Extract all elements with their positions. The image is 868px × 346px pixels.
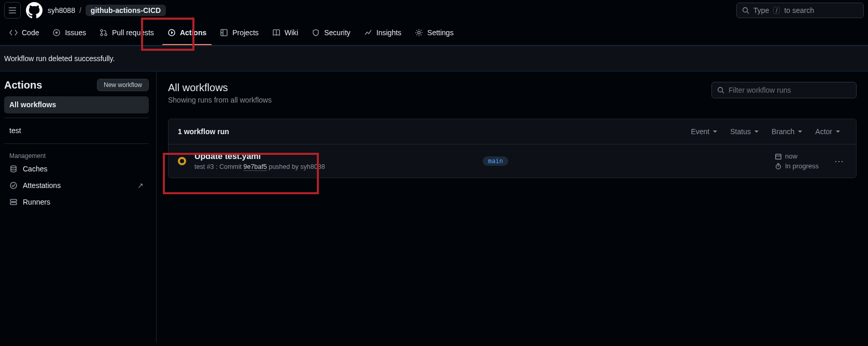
github-logo-icon[interactable] <box>26 2 43 19</box>
branch-badge[interactable]: main <box>483 156 508 166</box>
filter-event[interactable]: Event <box>684 127 724 136</box>
run-time: now <box>785 152 797 160</box>
tab-settings-label: Settings <box>427 28 454 37</box>
svg-rect-14 <box>776 154 781 159</box>
external-link-icon: ↗ <box>137 181 144 190</box>
caret-down-icon <box>754 129 759 134</box>
svg-point-2 <box>56 32 58 33</box>
svg-point-9 <box>11 166 16 168</box>
tab-pr-label: Pull requests <box>112 28 154 37</box>
hamburger-icon <box>8 6 17 15</box>
run-subtitle: test #3 : Commit 9e7baf5 pushed by syh80… <box>194 163 474 170</box>
sidebar-item-all-workflows[interactable]: All workflows <box>4 96 149 113</box>
flash-text: Workflow run deleted successfully. <box>4 54 864 63</box>
svg-point-3 <box>101 30 103 32</box>
filter-runs-field[interactable] <box>729 86 851 94</box>
server-icon <box>9 198 18 206</box>
tab-projects-label: Projects <box>232 28 259 37</box>
caret-down-icon <box>835 129 841 134</box>
svg-rect-11 <box>10 199 17 201</box>
run-number: #3 <box>207 163 214 170</box>
caret-down-icon <box>712 129 718 134</box>
tab-actions[interactable]: Actions <box>162 21 212 45</box>
sidebar-item-label: Attestations <box>23 181 61 190</box>
run-duration: In progress <box>785 162 819 170</box>
svg-point-4 <box>101 34 103 36</box>
run-menu-button[interactable]: ⋯ <box>832 155 847 167</box>
sidebar-item-runners[interactable]: Runners <box>4 194 149 210</box>
workflow-runs-box: 1 workflow run Event Status Branch Actor <box>168 119 857 178</box>
sidebar-item-label: Caches <box>23 165 47 173</box>
tab-wiki-label: Wiki <box>285 28 298 37</box>
code-icon <box>9 28 18 37</box>
tab-security[interactable]: Security <box>306 21 356 45</box>
caret-down-icon <box>797 129 803 134</box>
tab-insights[interactable]: Insights <box>359 21 407 45</box>
tab-code-label: Code <box>22 28 39 37</box>
filter-status[interactable]: Status <box>724 127 765 136</box>
workflow-run-row[interactable]: Update test.yaml test #3 : Commit 9e7baf… <box>169 145 856 178</box>
repo-nav: Code Issues Pull requests Actions Projec… <box>0 21 868 46</box>
tab-security-label: Security <box>324 28 351 37</box>
svg-point-0 <box>743 8 748 12</box>
breadcrumb-owner[interactable]: syh8088 <box>48 6 75 15</box>
tab-insights-label: Insights <box>376 28 401 37</box>
filter-actor[interactable]: Actor <box>809 127 847 136</box>
play-icon <box>167 28 176 37</box>
search-placeholder-post: to search <box>784 6 814 15</box>
sidebar-item-attestations[interactable]: Attestations ↗ <box>4 177 149 194</box>
svg-point-5 <box>105 34 107 36</box>
main-content: All workflows Showing runs from all work… <box>157 71 868 342</box>
sidebar-item-workflow-test[interactable]: test <box>4 122 149 139</box>
tab-settings[interactable]: Settings <box>410 21 459 45</box>
gear-icon <box>415 28 423 37</box>
database-icon <box>9 165 18 173</box>
calendar-icon <box>775 153 782 160</box>
pull-request-icon <box>100 28 108 37</box>
search-icon <box>717 86 724 94</box>
divider <box>4 143 149 144</box>
page-subtitle: Showing runs from all workflows <box>168 96 272 104</box>
shield-icon <box>312 28 320 37</box>
run-pushed-by-prefix: pushed by <box>269 163 300 170</box>
tab-wiki[interactable]: Wiki <box>267 21 303 45</box>
projects-icon <box>220 28 228 37</box>
issues-icon <box>52 28 61 37</box>
page-title: All workflows <box>168 82 272 94</box>
tab-code[interactable]: Code <box>4 21 44 45</box>
flash-banner: Workflow run deleted successfully. <box>0 46 868 71</box>
tab-projects[interactable]: Projects <box>215 21 264 45</box>
svg-point-13 <box>718 88 723 92</box>
sidebar-section-management: Management <box>4 148 149 161</box>
run-count: 1 workflow run <box>178 127 684 136</box>
sidebar-item-caches[interactable]: Caches <box>4 161 149 177</box>
filter-label: Status <box>730 127 751 136</box>
run-commit-sha[interactable]: 9e7baf5 <box>244 163 267 171</box>
run-title[interactable]: Update test.yaml <box>194 152 474 161</box>
search-icon <box>742 7 749 14</box>
sidebar: Actions New workflow All workflows test … <box>0 71 157 342</box>
status-in-progress-icon <box>178 157 186 165</box>
menu-toggle[interactable] <box>4 2 21 19</box>
breadcrumb-separator: / <box>79 6 81 15</box>
filter-label: Actor <box>815 127 832 136</box>
new-workflow-button[interactable]: New workflow <box>97 79 149 91</box>
tab-issues-label: Issues <box>65 28 86 37</box>
search-kbd: / <box>773 7 780 14</box>
sidebar-title: Actions <box>4 79 42 91</box>
global-search[interactable]: Type / to search <box>736 3 864 18</box>
tab-issues[interactable]: Issues <box>47 21 91 45</box>
tab-pull-requests[interactable]: Pull requests <box>94 21 159 45</box>
filter-branch[interactable]: Branch <box>765 127 809 136</box>
stopwatch-icon <box>775 163 782 170</box>
svg-point-8 <box>418 31 421 34</box>
breadcrumb-repo[interactable]: github-actions-CICD <box>86 5 166 16</box>
search-placeholder-pre: Type <box>753 6 769 15</box>
divider <box>4 118 149 118</box>
filter-runs-input[interactable] <box>711 82 857 98</box>
tab-actions-label: Actions <box>180 28 206 37</box>
filter-label: Event <box>691 127 709 136</box>
graph-icon <box>364 28 372 37</box>
run-commit-prefix: : Commit <box>216 163 243 170</box>
svg-rect-12 <box>10 203 17 205</box>
